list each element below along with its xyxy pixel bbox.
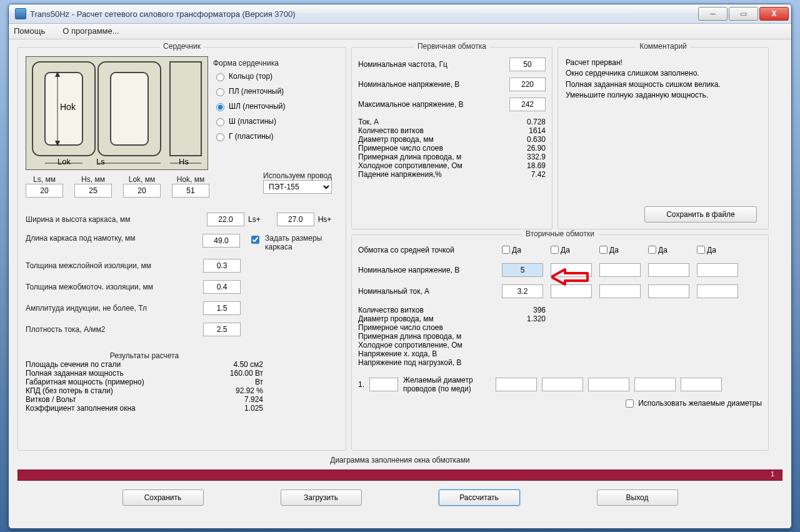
wish-input-3[interactable]	[588, 378, 629, 391]
sec-da-2[interactable]	[551, 246, 559, 254]
sec-inom-4[interactable]	[648, 284, 689, 298]
p-freq-l: Номинальная частота, Гц	[358, 60, 448, 69]
bmax-label: Амплитуда индукции, не более, Тл	[26, 304, 203, 313]
p-vmax-input[interactable]	[509, 98, 546, 111]
wire-select[interactable]: ПЭТ-155	[263, 180, 332, 194]
wish-idx: 1.	[358, 380, 364, 389]
jdens-input[interactable]	[203, 323, 241, 336]
lok-label: Lok, мм	[123, 175, 161, 184]
sec-vnom-1[interactable]	[502, 263, 543, 277]
minimize-button[interactable]: ─	[698, 7, 728, 21]
results-legend: Результаты расчета	[26, 351, 263, 360]
sec-vnom-3[interactable]	[599, 263, 641, 277]
interlayer-input[interactable]	[203, 259, 241, 273]
p-freq-input[interactable]	[509, 58, 546, 71]
ls-label: Ls, мм	[26, 175, 63, 184]
load-button[interactable]: Загрузить	[281, 489, 362, 506]
calc-button[interactable]: Рассчитать	[439, 489, 520, 506]
wish-input-2[interactable]	[542, 378, 583, 391]
wish-input-0[interactable]	[369, 378, 398, 391]
hs-label: Hs, мм	[74, 175, 112, 184]
wish-l1: Желаемый диаметр	[403, 376, 473, 384]
sec-dwire-l: Диаметр провода, мм	[358, 314, 434, 323]
frame-len-input[interactable]	[202, 234, 240, 248]
res-power-v: 160.00 Вт	[230, 369, 263, 378]
manual-frame-check[interactable]	[251, 236, 259, 244]
secondary-legend: Вторичные обмотки	[522, 229, 598, 238]
fill-diagram-bar: 1	[18, 469, 782, 481]
res-steel-v: 4.50 см2	[233, 360, 263, 369]
hs-input[interactable]	[74, 184, 112, 198]
close-button[interactable]: X	[759, 7, 789, 21]
p-layers-l: Примерное число слоев	[358, 144, 443, 153]
interwind-input[interactable]	[203, 280, 241, 294]
radio-ring[interactable]	[216, 73, 224, 81]
frame-h-input[interactable]	[277, 213, 314, 226]
ls-input[interactable]	[26, 184, 63, 198]
comment-groupbox: Комментарий Расчет прерван! Окно сердечн…	[558, 47, 769, 229]
primary-legend: Первичная обмотка	[414, 42, 490, 51]
save-button[interactable]: Сохранить	[122, 489, 204, 506]
radio-g[interactable]	[216, 133, 224, 141]
manual-frame-label: Задать размеры каркаса	[265, 234, 338, 251]
sec-inom-2[interactable]	[551, 284, 592, 298]
res-kpd-v: 92.92 %	[236, 386, 263, 395]
res-gabar-l: Габаритная мощность (примерно)	[26, 378, 144, 386]
frame-w-input[interactable]	[207, 213, 244, 226]
wish-input-5[interactable]	[681, 378, 722, 391]
core-form-label: Форма сердечника	[213, 59, 285, 68]
radio-ring-label: Кольцо (тор)	[229, 72, 272, 81]
menu-about[interactable]: О программе...	[62, 26, 119, 36]
sec-vnom-5[interactable]	[697, 263, 738, 277]
sec-wlen-l: Примерная длина провода, м	[358, 332, 461, 341]
sec-vopen-l: Напряжение х. хода, В	[358, 349, 437, 358]
p-turns-v: 1614	[529, 126, 546, 135]
frame-wh-label: Ширина и высота каркаса, мм	[26, 215, 203, 224]
wish-input-4[interactable]	[634, 378, 676, 391]
sec-layers-l: Примерное число слоев	[358, 323, 443, 332]
res-power-l: Полная заданная мощность	[26, 369, 124, 378]
radio-sh-label: Ш (пластины)	[229, 117, 276, 126]
app-window: Trans50Hz - Расчет сетевого силового тра…	[8, 4, 792, 529]
window-title: Trans50Hz - Расчет сетевого силового тра…	[30, 9, 698, 19]
sec-rcold-l: Холодное сопротивление, Ом	[358, 341, 462, 349]
menubar: Помощь О программе...	[9, 24, 791, 39]
hsplus-label: Hs+	[318, 215, 332, 224]
maximize-button[interactable]: ▭	[729, 7, 758, 21]
p-vdrop-l: Падение напряжения,%	[358, 170, 442, 179]
highlight-arrow-icon	[551, 268, 589, 286]
sec-da-4[interactable]	[648, 246, 656, 254]
hok-input[interactable]	[172, 184, 209, 198]
exit-button[interactable]: Выход	[597, 489, 678, 506]
p-rcold-l: Холодное сопротивление, Ом	[358, 161, 462, 170]
radio-sh[interactable]	[216, 118, 224, 126]
p-vnom-input[interactable]	[509, 78, 546, 91]
sec-turns-l: Количество витков	[358, 306, 424, 314]
titlebar: Trans50Hz - Расчет сетевого силового тра…	[9, 4, 791, 24]
radio-shl-label: ШЛ (ленточный)	[229, 102, 285, 111]
sec-inom-5[interactable]	[697, 284, 738, 298]
bmax-input[interactable]	[203, 301, 241, 315]
diagram-lok-label: Lok	[58, 157, 71, 166]
sec-da-5[interactable]	[697, 246, 705, 254]
menu-help[interactable]: Помощь	[14, 26, 45, 36]
sec-inom-3[interactable]	[599, 284, 641, 298]
fill-diagram-label: Диаграмма заполнения окна обмотками	[9, 456, 791, 464]
save-comment-button[interactable]: Сохранить в файле	[644, 206, 757, 223]
sec-vnom-4[interactable]	[648, 263, 689, 277]
use-wish-check[interactable]	[626, 399, 634, 408]
sec-inom-1[interactable]	[502, 284, 543, 298]
core-form-block: Форма сердечника Кольцо (тор) ПЛ (ленточ…	[213, 59, 285, 141]
p-vnom-l: Номинальное напряжение, В	[358, 80, 459, 89]
wish-input-1[interactable]	[496, 378, 537, 391]
sec-da-1[interactable]	[502, 246, 510, 254]
radio-shl[interactable]	[216, 103, 224, 111]
radio-pl[interactable]	[216, 88, 224, 96]
jdens-label: Плотность тока, А/мм2	[26, 325, 203, 334]
sec-da-3[interactable]	[599, 246, 608, 254]
interlayer-label: Толщина межслойной изоляции, мм	[26, 261, 203, 270]
core-diagram: Hok Lok Ls Hs	[26, 56, 208, 170]
primary-groupbox: Первичная обмотка Номинальная частота, Г…	[351, 47, 552, 229]
lok-input[interactable]	[123, 184, 161, 198]
secondary-groupbox: Вторичные обмотки Обмотка со средней точ…	[351, 234, 769, 451]
